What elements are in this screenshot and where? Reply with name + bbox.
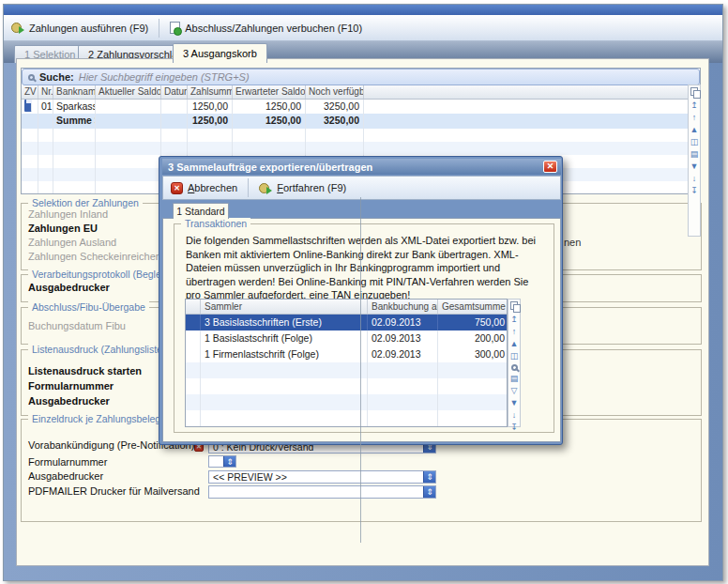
noch-verfuegbar-cell: 3250,00 (306, 100, 364, 114)
view-icon[interactable]: ▤ (690, 148, 699, 161)
continue-button[interactable]: Fortfahren (F9) (251, 177, 354, 198)
execute-payments-button[interactable]: Zahlungen ausführen (F9) (4, 18, 156, 38)
columns-icon[interactable]: ◫ (690, 136, 699, 148)
empty-row[interactable] (22, 142, 700, 155)
row-down-icon[interactable]: ▼ (510, 397, 519, 409)
grid-search-icon[interactable] (511, 364, 518, 371)
empty-row[interactable] (186, 410, 507, 426)
dialog-toolbar-separator (248, 178, 249, 197)
pdfmailer-dropdown-button[interactable]: ⇕ (423, 486, 435, 498)
row-down-icon[interactable]: ▼ (690, 161, 699, 173)
dialog-close-button[interactable]: ✕ (543, 161, 557, 173)
screen: Zahlungen ausführen (F9) Abschluss/Zahlu… (0, 0, 728, 584)
col-zv[interactable]: ZV (22, 85, 38, 99)
continue-icon (259, 182, 272, 194)
col-erwarteter-saldo[interactable]: Erwarteter Saldo € (233, 85, 306, 99)
sammler-row[interactable]: 1 Basislastschrift (Folge) 02.09.2013 20… (186, 330, 507, 346)
copy-grid-icon[interactable] (690, 87, 699, 97)
search-label: Suche: (39, 71, 74, 83)
gesamtsumme-cell: 300,00 (438, 346, 508, 362)
dialog-tab-standard[interactable]: 1 Standard (173, 203, 229, 219)
col-aktueller-saldo[interactable]: Aktueller Saldo € (96, 85, 161, 99)
go-top-icon[interactable]: ↥ (510, 314, 518, 326)
col-gesamtsumme[interactable]: Gesamtsumme € (438, 300, 508, 314)
post-page-icon (170, 22, 180, 34)
zv-cell (22, 100, 38, 114)
ausgabedrucker-value: << PREVIEW >> (213, 471, 423, 483)
bankbuchung-cell: 02.09.2013 (368, 346, 438, 362)
dialog-title-bar[interactable]: 3 Sammelaufträge exportieren/übertragen (162, 159, 561, 175)
ausgabedrucker-dropdown-button[interactable]: ⇕ (423, 471, 435, 483)
col-zahlsumme[interactable]: Zahlsumme € (188, 85, 233, 99)
go-bottom-icon[interactable]: ↧ (510, 422, 518, 434)
col-nr[interactable]: Nr. (38, 85, 53, 99)
tab-ausgangskorb[interactable]: 3 Ausgangskorb (173, 43, 267, 63)
page-down-icon[interactable]: ↓ (692, 173, 697, 185)
view-icon[interactable]: ▤ (510, 373, 519, 385)
bankname-cell: Sparkasse (53, 100, 96, 114)
empty-row[interactable] (186, 394, 507, 410)
bankbuchung-cell: 02.09.2013 (368, 315, 438, 330)
listenausdruck-starten[interactable]: Listenausdruck starten (28, 365, 142, 377)
bank-row-sparkasse[interactable]: 01 Sparkasse 1250,00 1250,00 3250,00 (22, 100, 700, 114)
filter-icon[interactable]: ▽ (511, 385, 518, 397)
sum-label: Summe > (53, 114, 96, 129)
protokoll-ausgabedrucker[interactable]: Ausgabedrucker (28, 282, 110, 293)
option-zahlungen-scheckeinreicher: Zahlungen Scheckeinreicher (28, 251, 159, 262)
column-guide-line (360, 197, 361, 543)
col-bankname[interactable]: Bankname (53, 85, 96, 99)
gesamtsumme-cell: 200,00 (438, 330, 508, 346)
listenausdruck-ausgabedrucker[interactable]: Ausgabedrucker (28, 395, 110, 407)
sammler-row-selected[interactable]: 3 Basislastschriften (Erste) 02.09.2013 … (186, 315, 507, 330)
listenausdruck-formularnummer[interactable]: Formularnummer (28, 380, 114, 392)
sammler-row[interactable]: 1 Firmenlastschrift (Folge) 02.09.2013 3… (186, 346, 507, 362)
copy-grid-icon[interactable] (510, 301, 519, 311)
nr-cell: 01 (38, 100, 53, 114)
continue-label: Fortfahren (F9) (277, 182, 346, 193)
empty-row[interactable] (186, 362, 507, 378)
go-bottom-icon[interactable]: ↧ (690, 185, 698, 197)
sammler-cell: 3 Basislastschriften (Erste) (201, 315, 368, 330)
ausgabedrucker-dropdown[interactable]: << PREVIEW >> ⇕ (208, 470, 436, 484)
col-filler (364, 85, 700, 99)
page-up-icon[interactable]: ↑ (512, 326, 517, 338)
option-zahlungen-ausland: Zahlungen Ausland (28, 237, 116, 248)
zahlsumme-cell: 1250,00 (188, 100, 233, 114)
payments-coins-icon (11, 22, 24, 34)
search-bar[interactable]: Suche: Hier Suchbegriff eingeben (STRG+S… (22, 69, 700, 85)
page-down-icon[interactable]: ↓ (512, 409, 517, 422)
search-placeholder: Hier Suchbegriff eingeben (STRG+S) (79, 71, 250, 83)
bank-table-header[interactable]: ZV Nr. Bankname Aktueller Saldo € Datum … (22, 85, 700, 100)
post-payments-button[interactable]: Abschluss/Zahlungen verbuchen (F10) (162, 18, 370, 38)
sammler-table-header[interactable]: Sammler Bankbuchung am Gesamtsumme € (186, 300, 507, 315)
sammler-table-nav-strip[interactable]: ↥ ↑ ▲ ◫ ▤ ▽ ▼ ↓ ↧ (508, 299, 521, 427)
col-noch-verfuegbar[interactable]: Noch verfügbar € (306, 85, 364, 99)
col-datum[interactable]: Datum (161, 85, 188, 99)
empty-row[interactable] (186, 378, 507, 394)
pdfmailer-dropdown[interactable]: ⇕ (208, 485, 436, 499)
cancel-button[interactable]: ✕ Abbrechen (163, 177, 245, 198)
formular-label: Formularnummer (28, 456, 107, 468)
empty-row[interactable] (22, 129, 700, 142)
pdfmailer-label: PDFMAILER Drucker für Mailversand (28, 485, 200, 497)
dialog-tab-label: 1 Standard (176, 206, 224, 217)
bank-table-nav-strip[interactable]: ↥ ↑ ▲ ◫ ▤ ▼ ↓ ↧ (688, 85, 701, 237)
group-listenausdruck-title: Listenausdruck (Zahlungsliste) (28, 344, 169, 355)
option-zahlungen-inland: Zahlungen Inland (28, 208, 108, 220)
row-up-icon[interactable]: ▲ (690, 124, 699, 136)
col-bankbuchung[interactable]: Bankbuchung am (368, 300, 438, 314)
dialog-toolbar: ✕ Abbrechen Fortfahren (F9) (162, 176, 561, 200)
datum-cell (161, 100, 188, 114)
window-top-band (4, 5, 722, 15)
sammler-table: Sammler Bankbuchung am Gesamtsumme € 3 B… (185, 299, 508, 427)
row-up-icon[interactable]: ▲ (510, 338, 519, 350)
option-zahlungen-eu[interactable]: Zahlungen EU (28, 223, 98, 234)
go-top-icon[interactable]: ↥ (690, 100, 698, 112)
dialog-message: Die folgenden Sammellastschriften werden… (186, 234, 540, 302)
page-up-icon[interactable]: ↑ (692, 112, 697, 124)
cancel-label: Abbrechen (188, 182, 237, 193)
columns-icon[interactable]: ◫ (510, 350, 519, 362)
col-sammler[interactable]: Sammler (201, 300, 368, 314)
formularnummer-spinner[interactable]: ⇕ (208, 455, 236, 468)
formularnummer-spinner-button[interactable]: ⇕ (223, 456, 235, 467)
